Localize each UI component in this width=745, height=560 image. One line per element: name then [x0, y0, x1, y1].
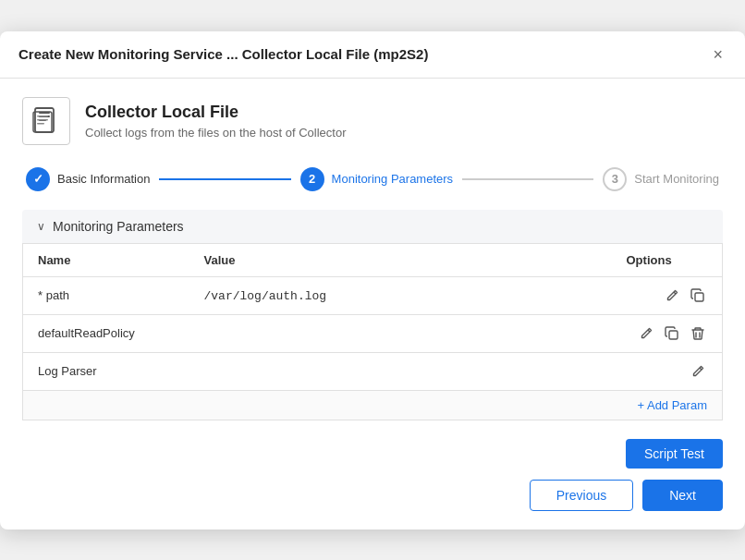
svg-rect-5 [37, 116, 48, 117]
copy-button-path[interactable] [689, 286, 707, 305]
service-icon [22, 97, 70, 145]
step-3-label: Start Monitoring [634, 172, 719, 186]
edit-button-path[interactable] [663, 286, 681, 305]
param-name-path: * path [23, 276, 189, 314]
edit-button-default-read-policy[interactable] [637, 324, 655, 343]
section-title: Monitoring Parameters [53, 219, 184, 234]
step-1-label: Basic Information [57, 172, 150, 186]
nav-buttons: Previous Next [530, 480, 723, 511]
service-info: Collector Local File Collect logs from t… [22, 97, 723, 145]
service-description: Collect logs from the files on the host … [85, 126, 347, 140]
param-name-log-parser: Log Parser [23, 352, 189, 390]
service-text: Collector Local File Collect logs from t… [85, 103, 347, 140]
step-line-2 [462, 178, 593, 180]
step-3: 3 Start Monitoring [603, 167, 719, 191]
step-1-circle: ✓ [26, 167, 50, 191]
table-row: Log Parser [23, 352, 723, 390]
col-header-value: Value [189, 243, 612, 276]
close-button[interactable]: × [709, 44, 727, 65]
param-value-log-parser [189, 352, 612, 390]
svg-rect-7 [37, 123, 44, 125]
dialog-header: Create New Monitoring Service ... Collec… [0, 31, 745, 79]
next-button[interactable]: Next [642, 480, 723, 511]
copy-button-default-read-policy[interactable] [663, 324, 681, 343]
step-3-circle: 3 [603, 167, 627, 191]
dialog-footer: Script Test Previous Next [0, 420, 745, 530]
step-2-label: Monitoring Parameters [332, 172, 454, 186]
add-param-row: + Add Param [23, 390, 723, 420]
stepper: ✓ Basic Information 2 Monitoring Paramet… [22, 167, 723, 191]
param-value-default-read-policy [189, 314, 612, 352]
step-1: ✓ Basic Information [26, 167, 150, 191]
chevron-down-icon: ∨ [37, 220, 45, 233]
previous-button[interactable]: Previous [530, 480, 633, 511]
param-value-path: /var/log/auth.log [189, 276, 612, 314]
col-header-options: Options [612, 243, 723, 276]
edit-button-log-parser[interactable] [689, 362, 707, 381]
svg-rect-6 [37, 119, 48, 121]
step-2: 2 Monitoring Parameters [300, 167, 454, 191]
table-row: * path /var/log/auth.log [23, 276, 723, 314]
dialog: Create New Monitoring Service ... Collec… [0, 31, 745, 530]
table-header-row: Name Value Options [23, 243, 723, 276]
script-test-button[interactable]: Script Test [626, 439, 723, 469]
dialog-title: Create New Monitoring Service ... Collec… [18, 46, 428, 62]
params-table: Name Value Options * path /var/log/auth.… [22, 243, 723, 420]
svg-rect-4 [33, 112, 52, 132]
param-options-log-parser [612, 352, 723, 390]
delete-button-default-read-policy[interactable] [689, 324, 707, 343]
param-options-path [612, 276, 723, 314]
step-2-circle: 2 [300, 167, 324, 191]
dialog-body: Collector Local File Collect logs from t… [0, 79, 745, 420]
add-param-cell: + Add Param [23, 390, 723, 420]
param-options-default-read-policy [612, 314, 723, 352]
svg-rect-8 [695, 293, 703, 301]
param-name-default-read-policy: defaultReadPolicy [23, 314, 189, 352]
section-header[interactable]: ∨ Monitoring Parameters [22, 210, 723, 243]
step-line-1 [159, 178, 290, 180]
add-param-button[interactable]: + Add Param [637, 398, 707, 412]
table-row: defaultReadPolicy [23, 314, 723, 352]
service-name: Collector Local File [85, 103, 347, 122]
col-header-name: Name [23, 243, 189, 276]
svg-rect-9 [669, 331, 678, 339]
